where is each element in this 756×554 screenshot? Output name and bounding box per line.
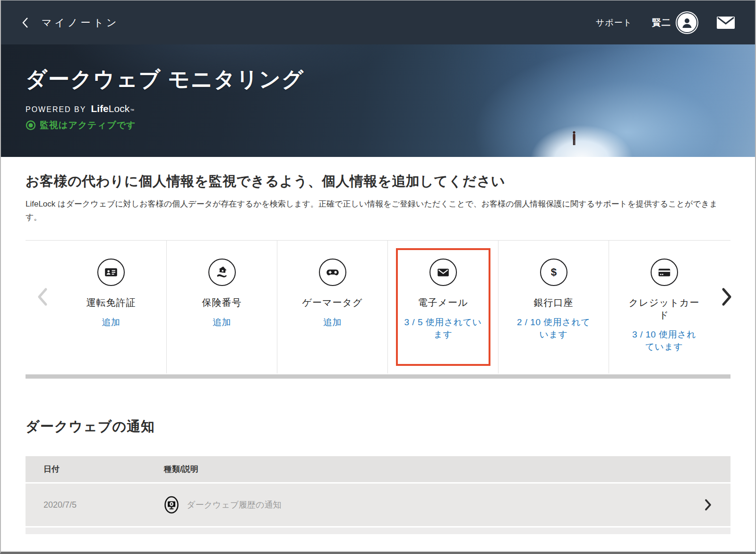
support-link[interactable]: サポート <box>596 17 632 28</box>
envelope-icon <box>716 16 735 30</box>
user-menu[interactable]: 賢二 <box>652 13 696 32</box>
intro-heading: お客様の代わりに個人情報を監視できるよう、個人情報を追加してください <box>26 172 730 191</box>
bank-account-icon: $ <box>540 259 567 286</box>
chevron-right-icon <box>704 498 712 511</box>
avatar[interactable] <box>678 13 696 32</box>
carousel-item-label: 電子メール <box>418 296 468 309</box>
table-header-row: 日付 種類/説明 <box>26 456 730 482</box>
carousel-scrollbar[interactable] <box>26 374 730 379</box>
dark-web-monitor-icon <box>164 495 179 514</box>
usage-link[interactable]: 3 / 5 使用されています <box>403 316 483 340</box>
chevron-left-icon <box>36 287 49 307</box>
intro-description: LifeLock はダークウェブに対しお客様の個人データが存在するかを検索します… <box>26 198 728 224</box>
carousel-prev-button[interactable] <box>36 287 49 309</box>
gamer-tag-icon <box>319 259 346 286</box>
notification-date: 2020/7/5 <box>43 500 164 510</box>
insurance-number-icon <box>208 259 236 286</box>
add-link[interactable]: 追加 <box>102 316 120 329</box>
notifications-section-title: ダークウェブの通知 <box>26 417 730 436</box>
notification-description: ダークウェブ履歴の通知 <box>187 499 282 511</box>
carousel-item-gamer-tag[interactable]: ゲーマータグ 追加 <box>277 241 387 373</box>
top-navigation-bar: マイノートン サポート 賢二 <box>1 0 755 44</box>
chevron-right-icon <box>720 287 733 307</box>
credit-card-icon <box>651 259 678 286</box>
email-icon <box>430 259 457 286</box>
chevron-left-icon <box>21 17 29 29</box>
carousel-item-email[interactable]: 電子メール 3 / 5 使用されています <box>387 241 498 373</box>
svg-text:$: $ <box>550 267 557 278</box>
brand-life: Life <box>91 103 108 114</box>
column-header-type: 種類/説明 <box>164 464 704 475</box>
page-title: ダークウェブ モニタリング <box>26 65 755 94</box>
add-link[interactable]: 追加 <box>213 316 231 329</box>
row-detail-button[interactable] <box>704 498 730 511</box>
person-icon <box>680 16 694 30</box>
status-text: 監視はアクティブです <box>40 119 136 131</box>
back-button[interactable] <box>21 17 29 29</box>
table-row[interactable]: 2020/7/5 ダークウェブ履歴の通知 <box>26 484 730 526</box>
carousel-item-label: 銀行口座 <box>534 296 574 309</box>
highlight-box: 電子メール 3 / 5 使用されています <box>396 248 490 366</box>
carousel-item-insurance-number[interactable]: 保険番号 追加 <box>166 241 277 373</box>
carousel-item-label: ゲーマータグ <box>302 296 363 309</box>
carousel-item-label: 保険番号 <box>202 296 242 309</box>
monitored-items-carousel: 運転免許証 追加 <box>26 240 730 373</box>
powered-by-lifelock: POWERED BYLifeLock™ <box>26 103 755 114</box>
brand-lock: Lock <box>109 103 129 114</box>
carousel-item-bank-account[interactable]: $ 銀行口座 2 / 10 使用されています <box>498 241 609 373</box>
main-content: お客様の代わりに個人情報を監視できるよう、個人情報を追加してください LifeL… <box>1 172 755 534</box>
carousel-item-credit-card[interactable]: クレジットカード 3 / 10 使用されています <box>609 241 719 373</box>
add-link[interactable]: 追加 <box>323 316 342 329</box>
username-label: 賢二 <box>652 17 671 29</box>
messages-button[interactable] <box>716 16 735 30</box>
usage-link[interactable]: 3 / 10 使用されています <box>628 329 700 353</box>
carousel-track: 運転免許証 追加 <box>56 241 700 373</box>
dark-web-monitoring-page: マイノートン サポート 賢二 ダークウェブ モ <box>0 0 756 554</box>
powered-by-label: POWERED BY <box>26 105 86 114</box>
hero-banner: ダークウェブ モニタリング POWERED BYLifeLock™ 監視はアクテ… <box>1 44 755 157</box>
carousel-item-label: クレジットカード <box>628 296 700 321</box>
table-next-row-partial <box>26 528 730 534</box>
brand-trademark: ™ <box>130 108 135 113</box>
carousel-next-button[interactable] <box>720 287 733 309</box>
usage-link[interactable]: 2 / 10 使用されています <box>513 316 594 340</box>
column-header-date: 日付 <box>43 464 164 475</box>
status-active-icon <box>26 120 36 130</box>
carousel-item-label: 運転免許証 <box>86 296 136 309</box>
drivers-license-icon <box>97 259 125 286</box>
notifications-table: 日付 種類/説明 2020/7/5 ダークウェブ履歴の通知 <box>26 456 730 534</box>
monitoring-status: 監視はアクティブです <box>26 119 755 131</box>
app-title[interactable]: マイノートン <box>42 16 119 29</box>
carousel-item-drivers-license[interactable]: 運転免許証 追加 <box>56 241 166 373</box>
person-silhouette <box>571 130 577 146</box>
